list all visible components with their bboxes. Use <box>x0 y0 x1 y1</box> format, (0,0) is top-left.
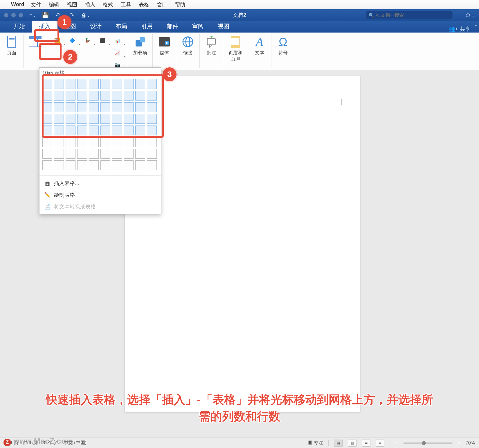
table-grid-cell[interactable] <box>135 160 145 170</box>
table-size-grid[interactable] <box>42 79 158 171</box>
table-grid-cell[interactable] <box>147 91 157 101</box>
feedback-smiley-icon[interactable]: ☺▾ <box>465 11 474 19</box>
table-grid-cell[interactable] <box>77 91 87 101</box>
close-window-icon[interactable] <box>4 13 8 17</box>
pages-button[interactable]: 页面 <box>5 35 18 56</box>
table-grid-cell[interactable] <box>147 137 157 147</box>
focus-mode-button[interactable]: ▣ 专注 <box>308 440 323 446</box>
zoom-slider[interactable] <box>403 442 453 444</box>
table-grid-cell[interactable] <box>42 126 52 135</box>
table-grid-cell[interactable] <box>147 102 157 112</box>
pictures-button[interactable]: 🖼️ <box>52 35 62 45</box>
mac-menu-tools[interactable]: 工具 <box>121 1 131 8</box>
table-grid-cell[interactable] <box>100 114 110 124</box>
view-print-layout-button[interactable]: ▤ <box>334 440 343 447</box>
table-grid-cell[interactable] <box>100 137 110 147</box>
mac-menu-table[interactable]: 表格 <box>139 1 149 8</box>
zoom-in-button[interactable]: + <box>458 440 460 446</box>
print-icon[interactable]: 🖨▾ <box>81 12 89 19</box>
view-draft-button[interactable]: ≡ <box>376 440 384 447</box>
tab-layout[interactable]: 布局 <box>109 21 134 33</box>
mac-menu-edit[interactable]: 编辑 <box>49 1 59 8</box>
table-grid-cell[interactable] <box>77 114 87 124</box>
tab-mailings[interactable]: 邮件 <box>160 21 185 33</box>
table-grid-cell[interactable] <box>77 79 87 89</box>
table-grid-cell[interactable] <box>147 79 157 89</box>
table-grid-cell[interactable] <box>66 126 75 135</box>
tab-home[interactable]: 开始 <box>6 21 32 33</box>
table-grid-cell[interactable] <box>112 79 122 89</box>
table-grid-cell[interactable] <box>100 160 110 170</box>
table-grid-cell[interactable] <box>89 79 99 89</box>
zoom-out-button[interactable]: − <box>395 440 398 446</box>
table-grid-cell[interactable] <box>89 149 99 159</box>
zoom-value[interactable]: 70% <box>466 440 475 446</box>
table-grid-cell[interactable] <box>112 160 122 170</box>
table-grid-cell[interactable] <box>66 91 75 101</box>
minimize-window-icon[interactable] <box>11 13 16 17</box>
tab-review[interactable]: 审阅 <box>185 21 211 33</box>
table-grid-cell[interactable] <box>54 149 64 159</box>
table-grid-cell[interactable] <box>89 160 99 170</box>
table-grid-cell[interactable] <box>147 114 157 124</box>
headerfooter-button[interactable]: 页眉和 页脚 <box>228 35 242 62</box>
table-grid-cell[interactable] <box>124 126 134 135</box>
table-grid-cell[interactable] <box>124 137 134 147</box>
mac-menu-help[interactable]: 帮助 <box>175 1 185 8</box>
table-grid-cell[interactable] <box>66 149 75 159</box>
mac-menu-format[interactable]: 格式 <box>103 1 113 8</box>
table-grid-cell[interactable] <box>124 91 134 101</box>
insert-table-menu-item[interactable]: ▦ 插入表格... <box>39 178 161 189</box>
table-grid-cell[interactable] <box>54 137 64 147</box>
comments-button[interactable]: + 批注 <box>205 35 218 56</box>
table-grid-cell[interactable] <box>77 126 87 135</box>
table-grid-cell[interactable] <box>100 126 110 135</box>
table-grid-cell[interactable] <box>147 126 157 135</box>
table-grid-cell[interactable] <box>112 91 122 101</box>
tab-references[interactable]: 引用 <box>134 21 160 33</box>
mac-menu-view[interactable]: 视图 <box>67 1 77 8</box>
home-icon[interactable]: ⌂▾ <box>29 12 35 19</box>
table-grid-cell[interactable] <box>77 160 87 170</box>
table-grid-cell[interactable] <box>77 149 87 159</box>
table-grid-cell[interactable] <box>89 114 99 124</box>
table-grid-cell[interactable] <box>42 149 52 159</box>
save-icon[interactable]: 💾 <box>42 12 49 19</box>
redo-icon[interactable]: ↷ <box>69 12 74 19</box>
table-grid-cell[interactable] <box>124 102 134 112</box>
search-box[interactable]: 🔍 <box>366 11 453 19</box>
mac-menu-window[interactable]: 窗口 <box>157 1 167 8</box>
draw-table-menu-item[interactable]: ✏️ 绘制表格 <box>39 189 161 201</box>
table-grid-cell[interactable] <box>135 91 145 101</box>
mac-menu-insert[interactable]: 插入 <box>85 1 95 8</box>
table-grid-cell[interactable] <box>66 160 75 170</box>
table-grid-cell[interactable] <box>89 102 99 112</box>
table-grid-cell[interactable] <box>100 91 110 101</box>
table-grid-cell[interactable] <box>77 102 87 112</box>
search-input[interactable] <box>376 12 450 18</box>
table-grid-cell[interactable] <box>42 160 52 170</box>
table-grid-cell[interactable] <box>42 102 52 112</box>
tab-view[interactable]: 视图 <box>211 21 236 33</box>
chart-button[interactable]: 📈 <box>113 48 123 58</box>
table-grid-cell[interactable] <box>89 137 99 147</box>
table-grid-cell[interactable] <box>77 137 87 147</box>
view-outline-button[interactable]: ≣ <box>362 440 370 447</box>
table-grid-cell[interactable] <box>135 79 145 89</box>
models-button[interactable]: ⬛ <box>98 35 107 45</box>
table-button[interactable]: 表格 <box>29 35 42 56</box>
table-grid-cell[interactable] <box>66 137 75 147</box>
table-grid-cell[interactable] <box>135 149 145 159</box>
table-grid-cell[interactable] <box>124 149 134 159</box>
icons-button[interactable]: 🦆 <box>82 35 92 45</box>
traffic-lights[interactable] <box>4 13 23 17</box>
table-grid-cell[interactable] <box>54 102 64 112</box>
table-grid-cell[interactable] <box>135 102 145 112</box>
table-grid-cell[interactable] <box>66 79 75 89</box>
table-grid-cell[interactable] <box>66 102 75 112</box>
table-grid-cell[interactable] <box>112 137 122 147</box>
table-grid-cell[interactable] <box>42 137 52 147</box>
table-grid-cell[interactable] <box>54 79 64 89</box>
table-grid-cell[interactable] <box>100 102 110 112</box>
table-grid-cell[interactable] <box>89 91 99 101</box>
